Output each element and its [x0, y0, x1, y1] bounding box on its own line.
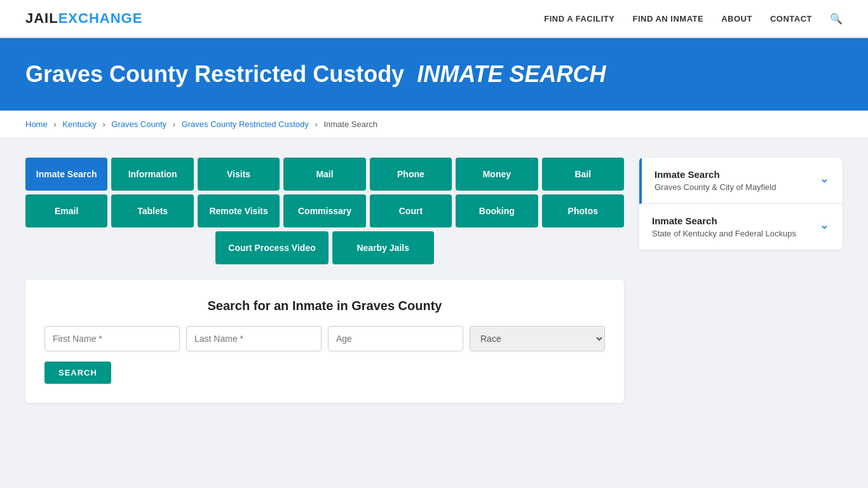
- sidebar-item-graves-text: Inmate Search Graves County & City of Ma…: [654, 169, 776, 192]
- tab-photos[interactable]: Photos: [542, 194, 624, 227]
- tab-bail[interactable]: Bail: [542, 158, 624, 191]
- chevron-down-icon-kentucky: ⌄: [819, 217, 830, 232]
- age-input[interactable]: [328, 326, 463, 351]
- sidebar-item-graves-subtitle: Graves County & City of Mayfield: [654, 182, 776, 192]
- tabs-row3: Court Process Video Nearby Jails: [25, 231, 624, 264]
- sidebar-card: Inmate Search Graves County & City of Ma…: [639, 158, 843, 250]
- breadcrumb: Home › Kentucky › Graves County › Graves…: [0, 111, 868, 139]
- logo[interactable]: JAILEXCHANGE: [25, 10, 142, 27]
- hero-banner: Graves County Restricted Custody INMATE …: [0, 38, 868, 111]
- page-title-main: Graves County Restricted Custody: [25, 61, 404, 87]
- tab-information[interactable]: Information: [111, 158, 193, 191]
- search-icon[interactable]: 🔍: [830, 13, 843, 25]
- breadcrumb-graves-county[interactable]: Graves County: [111, 119, 166, 129]
- header: JAILEXCHANGE FIND A FACILITY FIND AN INM…: [0, 0, 868, 38]
- tabs-row1: Inmate Search Information Visits Mail Ph…: [25, 158, 624, 191]
- chevron-down-icon-graves: ⌄: [819, 170, 830, 186]
- tab-commissary[interactable]: Commissary: [283, 194, 365, 227]
- tab-phone[interactable]: Phone: [370, 158, 452, 191]
- race-select[interactable]: Race White Black Hispanic Asian Other: [470, 326, 605, 351]
- main-nav: FIND A FACILITY FIND AN INMATE ABOUT CON…: [544, 13, 843, 25]
- breadcrumb-sep-3: ›: [173, 119, 175, 129]
- tab-booking[interactable]: Booking: [456, 194, 538, 227]
- page-title: Graves County Restricted Custody INMATE …: [25, 61, 843, 88]
- tabs-row2: Email Tablets Remote Visits Commissary C…: [25, 194, 624, 227]
- breadcrumb-current: Inmate Search: [323, 119, 377, 129]
- first-name-input[interactable]: [44, 326, 180, 351]
- nav-find-inmate[interactable]: FIND AN INMATE: [632, 14, 703, 24]
- tab-tablets[interactable]: Tablets: [111, 194, 193, 227]
- logo-exchange: EXCHANGE: [58, 10, 143, 26]
- search-button[interactable]: SEARCH: [44, 362, 111, 384]
- tab-money[interactable]: Money: [456, 158, 538, 191]
- tab-nearby-jails[interactable]: Nearby Jails: [332, 231, 434, 264]
- nav-contact[interactable]: CONTACT: [770, 14, 812, 24]
- sidebar-item-kentucky[interactable]: Inmate Search State of Kentucky and Fede…: [639, 204, 843, 250]
- search-form-title: Search for an Inmate in Graves County: [44, 299, 605, 313]
- tab-mail[interactable]: Mail: [283, 158, 365, 191]
- search-card: Search for an Inmate in Graves County Ra…: [25, 280, 624, 403]
- logo-jail: JAIL: [25, 10, 58, 26]
- sidebar-item-graves[interactable]: Inmate Search Graves County & City of Ma…: [639, 158, 843, 204]
- breadcrumb-kentucky[interactable]: Kentucky: [62, 119, 96, 129]
- tab-court-process-video[interactable]: Court Process Video: [215, 231, 328, 264]
- tab-inmate-search[interactable]: Inmate Search: [25, 158, 107, 191]
- search-fields: Race White Black Hispanic Asian Other: [44, 326, 605, 351]
- tab-court[interactable]: Court: [370, 194, 452, 227]
- main-content: Inmate Search Information Visits Mail Ph…: [0, 139, 868, 422]
- sidebar-item-kentucky-text: Inmate Search State of Kentucky and Fede…: [652, 215, 796, 238]
- breadcrumb-sep-1: ›: [53, 119, 56, 129]
- nav-find-facility[interactable]: FIND A FACILITY: [544, 14, 614, 24]
- breadcrumb-home[interactable]: Home: [25, 119, 48, 129]
- page-title-italic: INMATE SEARCH: [417, 61, 606, 87]
- right-sidebar: Inmate Search Graves County & City of Ma…: [639, 158, 843, 251]
- nav-about[interactable]: ABOUT: [721, 14, 752, 24]
- sidebar-item-graves-title: Inmate Search: [654, 169, 776, 180]
- tab-email[interactable]: Email: [25, 194, 107, 227]
- tab-remote-visits[interactable]: Remote Visits: [198, 194, 280, 227]
- breadcrumb-restricted-custody[interactable]: Graves County Restricted Custody: [182, 119, 309, 129]
- left-column: Inmate Search Information Visits Mail Ph…: [25, 158, 624, 403]
- last-name-input[interactable]: [186, 326, 322, 351]
- sidebar-item-kentucky-subtitle: State of Kentucky and Federal Lockups: [652, 229, 796, 238]
- breadcrumb-sep-4: ›: [315, 119, 317, 129]
- breadcrumb-sep-2: ›: [102, 119, 105, 129]
- tab-visits[interactable]: Visits: [198, 158, 280, 191]
- sidebar-item-kentucky-title: Inmate Search: [652, 215, 796, 226]
